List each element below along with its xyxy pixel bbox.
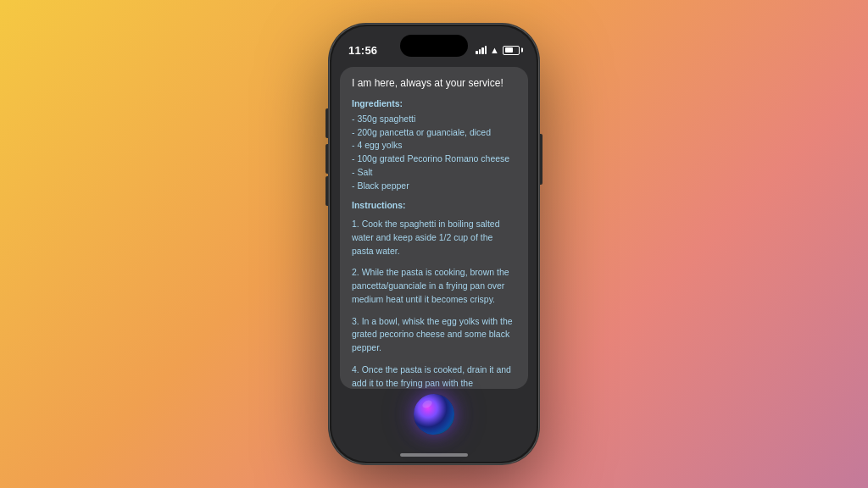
dynamic-island: [400, 35, 468, 57]
ingredient-6: - Black pepper: [352, 180, 409, 191]
phone-device: 11:56 ▲ I am here, always at your servic…: [329, 24, 539, 464]
signal-bars-icon: [476, 46, 487, 54]
ingredient-3: - 4 egg yolks: [352, 140, 403, 150]
home-indicator: [331, 448, 537, 462]
ingredients-title: Ingredients:: [352, 97, 516, 111]
siri-content: Ingredients: - 350g spaghetti - 200g pan…: [352, 97, 516, 389]
siri-orb-area: [331, 389, 537, 448]
ingredient-4: - 100g grated Pecorino Romano cheese: [352, 153, 509, 164]
battery-icon: [503, 46, 520, 55]
home-indicator-bar: [400, 453, 468, 457]
instructions-title: Instructions:: [352, 199, 516, 213]
phone-screen: 11:56 ▲ I am here, always at your servic…: [331, 26, 537, 462]
step-2: 2. While the pasta is cooking, brown the…: [352, 266, 516, 306]
status-bar: 11:56 ▲: [331, 26, 537, 64]
step-3: 3. In a bowl, whisk the egg yolks with t…: [352, 315, 516, 355]
ingredient-5: - Salt: [352, 167, 373, 177]
siri-response-card[interactable]: I am here, always at your service! Ingre…: [340, 67, 528, 389]
status-time: 11:56: [348, 44, 377, 57]
ingredient-2: - 200g pancetta or guanciale, diced: [352, 127, 491, 137]
ingredient-1: - 350g spaghetti: [352, 114, 415, 124]
siri-greeting: I am here, always at your service!: [352, 77, 516, 89]
siri-orb[interactable]: [414, 394, 454, 435]
screen-content: I am here, always at your service! Ingre…: [331, 64, 537, 389]
ingredient-list: - 350g spaghetti - 200g pancetta or guan…: [352, 113, 516, 193]
status-icons: ▲: [476, 45, 520, 55]
wifi-icon: ▲: [490, 45, 499, 55]
step-1: 1. Cook the spaghetti in boiling salted …: [352, 218, 516, 258]
step-4: 4. Once the pasta is cooked, drain it an…: [352, 363, 516, 389]
